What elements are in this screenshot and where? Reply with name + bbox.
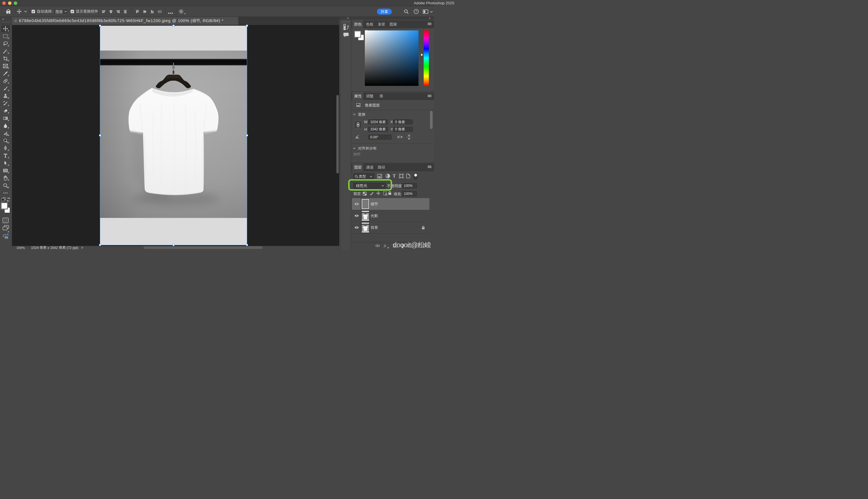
svg-text:?: ? bbox=[416, 10, 417, 13]
